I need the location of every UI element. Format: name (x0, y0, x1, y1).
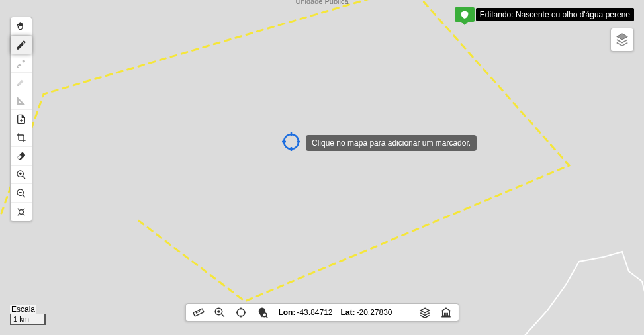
scale-label: Escala (10, 305, 36, 314)
erase-tool[interactable] (11, 147, 32, 166)
add-file-tool[interactable] (11, 110, 32, 128)
road-line (0, 0, 644, 335)
crop-tool[interactable] (11, 128, 32, 147)
boundary-polygon (0, 0, 644, 335)
layers-switcher[interactable] (610, 28, 634, 52)
zoom-in-icon (16, 169, 26, 180)
edit-vertex-tool (11, 54, 32, 73)
search-map[interactable] (254, 305, 269, 320)
lat-label: Lat: (341, 308, 355, 317)
institution-tool[interactable] (439, 305, 453, 320)
lat-value: -20.27830 (357, 308, 392, 317)
draw-tooltip: Clique no mapa para adicionar um marcado… (306, 135, 477, 151)
scale-bar: 1 km (10, 314, 46, 325)
svg-rect-9 (193, 309, 203, 316)
edit-line-icon (16, 77, 26, 87)
search-map-icon (255, 307, 267, 318)
edit-vertex-icon (16, 58, 26, 69)
layers-bottom[interactable] (418, 305, 432, 320)
scale-control: Escala 1 km (10, 305, 46, 325)
pan-tool[interactable] (11, 17, 32, 36)
editing-badge: Editando: Nascente ou olho d'água perene (455, 7, 634, 22)
coordinates-readout: Lon:-43.84712 Lat:-20.27830 (278, 308, 392, 317)
svg-point-13 (262, 313, 266, 317)
svg-point-3 (19, 210, 24, 215)
zoom-out-tool[interactable] (11, 184, 32, 203)
layers-icon (419, 307, 431, 318)
institution-icon (440, 307, 452, 318)
target-icon (234, 307, 246, 318)
left-toolbar (10, 17, 32, 222)
erase-icon (16, 151, 26, 162)
measure-ruler[interactable] (191, 305, 205, 320)
zoom-extent-tool[interactable] (11, 203, 32, 221)
measure-angle-tool (11, 91, 32, 110)
locate-tool[interactable] (233, 305, 248, 320)
draw-icon (15, 39, 27, 51)
lon-value: -43.84712 (297, 308, 332, 317)
measure-angle-icon (16, 95, 26, 106)
zoom-point-icon (213, 307, 225, 318)
svg-point-0 (17, 84, 19, 85)
edit-line-tool (11, 73, 32, 91)
zoom-in-tool[interactable] (11, 166, 32, 184)
pan-icon (16, 21, 26, 32)
layers-icon (615, 32, 629, 47)
ruler-icon (192, 307, 204, 318)
svg-point-12 (236, 309, 244, 316)
editing-badge-icon (455, 7, 475, 22)
editing-badge-text: Editando: Nascente ou olho d'água perene (476, 8, 634, 21)
lon-label: Lon: (278, 308, 295, 317)
crosshair-icon (282, 132, 300, 151)
bottom-bar: Lon:-43.84712 Lat:-20.27830 (185, 303, 459, 322)
zoom-out-icon (16, 188, 26, 199)
zoom-extent-icon (16, 207, 26, 217)
svg-point-11 (217, 311, 219, 312)
crop-icon (16, 132, 26, 143)
draw-tool[interactable] (11, 36, 32, 54)
svg-point-4 (284, 134, 299, 149)
add-file-icon (16, 114, 26, 124)
map-canvas[interactable]: Unidade Pública (0, 0, 644, 335)
map-label-partial: Unidade Pública (295, 0, 348, 5)
zoom-to-point[interactable] (212, 305, 226, 320)
